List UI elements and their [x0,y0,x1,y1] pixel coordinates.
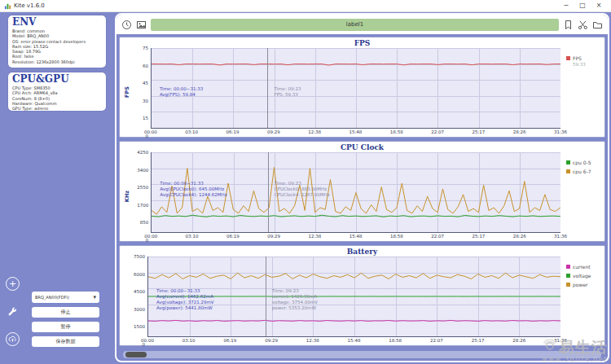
x-tick-label: 06:19 [226,129,240,134]
cpugpu-card-title: CPU&GPU [12,74,102,85]
main-panel: label1 FPS [115,13,609,362]
save-data-button[interactable]: 保存数据 [32,336,99,347]
series-line-power [148,273,560,278]
y-tick-label: 1500 [134,324,145,329]
env-card: ENV Brand: commonModel: BRQ_AN00OS: erro… [8,15,106,68]
x-tick-label: 22:07 [431,234,444,239]
x-tick-label: 31:36 [554,338,567,343]
x-tick-label: 09:29 [267,234,280,239]
fps-chart-panel: FPS FPS 75604530150 Time: 00:00~31:33Avg… [119,37,605,138]
y-tick-label: 2550 [137,185,148,190]
x-tick-label: 22:07 [431,129,444,134]
y-tick-label: 6000 [134,272,145,277]
legend-item: cpu 0-5 [566,160,603,165]
chart-title: FPS [121,38,603,48]
chevron-down-icon: ▾ [93,294,96,300]
series-line-current [148,320,560,321]
x-axis-ticks: 00:0003:1006:1909:2912:3815:4818:5822:07… [147,337,560,344]
legend-label: voltage [573,273,591,278]
y-tick-label: 75 [143,46,148,50]
control-stack: BRQ_AN00(FDFI) ▾ 停止 暂停 保存数据 [32,292,99,347]
y-tick-label: 60 [143,64,148,68]
chart-legend: FPS59.33 [560,48,603,136]
x-tick-label: 25:17 [472,129,485,134]
legend-swatch-icon [566,160,570,164]
y-tick-label: 7500 [134,254,145,259]
y-axis-ticks: 750060004500300015000 [130,257,147,344]
scrollbar-handle[interactable] [125,352,147,357]
history-button[interactable] [121,20,132,30]
y-tick-label: 4500 [134,289,145,294]
info-line: Resolution: 1236x2800 380dpi [12,59,102,64]
x-tick-label: 09:29 [267,129,280,134]
tools-button[interactable] [6,305,20,318]
open-folder-button[interactable] [592,20,603,30]
cut-button[interactable] [578,20,588,30]
x-axis-ticks: 00:0003:1006:1909:2912:3815:4818:5822:07… [151,233,560,240]
y-axis-ticks: 75604530150 [133,48,151,136]
minimize-button[interactable]: ─ [558,0,574,11]
x-tick-label: 12:38 [308,129,321,134]
y-tick-label: 15 [143,116,148,121]
screenshot-button[interactable] [136,20,147,30]
legend-item: current [566,264,603,270]
x-tick-label: 00:00 [144,129,157,134]
x-tick-label: 09:29 [265,338,278,343]
toolbar: label1 [116,15,608,34]
upload-button[interactable] [6,332,20,346]
x-tick-label: 03:10 [182,338,196,343]
cpu-clock-chart-panel: CPU Clock KHz 42503400255017008500 Time:… [119,141,605,242]
x-tick-label: 31:36 [554,129,567,134]
device-select[interactable]: BRQ_AN00(FDFI) ▾ [32,292,99,303]
label-bar[interactable]: label1 [151,19,559,31]
info-line: GPU Type: adreno [12,106,102,111]
x-tick-label: 18:58 [389,338,402,343]
cpugpu-card: CPU&GPU CPU Type: SM8350CPU Arch: ARM64_… [8,72,106,111]
x-axis-ticks: 00:0003:1006:1909:2912:3815:4818:5822:07… [151,129,560,136]
x-tick-label: 28:26 [513,129,526,134]
bookmark-button[interactable] [563,20,574,30]
legend-swatch-icon [566,56,570,60]
cloud-upload-icon [8,335,17,344]
y-tick-label: 4250 [137,150,148,155]
y-axis-label: KHz [121,152,133,240]
history-icon [121,20,132,30]
charts-area: FPS FPS 75604530150 Time: 00:00~31:33Avg… [116,34,608,361]
x-tick-label: 31:36 [554,234,567,239]
plot-area[interactable]: Time: 00:00~31:33Avg(CPUClock0): 645.00M… [151,152,560,233]
legend-label: power [573,282,588,287]
horizontal-scrollbar[interactable] [123,351,601,358]
stop-button[interactable]: 停止 [32,307,99,318]
legend-swatch-icon [566,265,570,269]
plot-area[interactable]: Time: 00:00~31:33Avg(FPS): 59.84Time: 09… [151,48,560,129]
legend-label: cpu 6-7 [573,169,591,174]
plus-icon: + [9,279,16,288]
chart-legend: cpu 0-5cpu 6-7 [560,152,603,240]
cursor-line [268,152,269,232]
x-tick-label: 25:17 [473,234,486,239]
close-button[interactable]: × [591,0,607,11]
x-tick-label: 12:38 [308,234,321,239]
bookmark-icon [563,20,574,30]
x-tick-label: 06:19 [226,234,240,239]
legend-swatch-icon [566,169,570,173]
maximize-button[interactable]: □ [574,0,591,11]
cpugpu-card-lines: CPU Type: SM8350CPU Arch: ARM64_v8aCoreN… [12,86,102,111]
device-select-value: BRQ_AN00(FDFI) [35,295,69,300]
pause-button[interactable]: 暂停 [32,322,99,332]
scrollbar-track[interactable] [123,351,601,358]
legend-item: power [566,282,603,287]
folder-icon [592,20,603,30]
x-tick-label: 06:19 [223,338,236,343]
legend-swatch-icon [566,274,570,278]
y-axis-label [121,257,130,344]
legend-value: 59.33 [573,62,603,67]
y-axis-label: FPS [121,48,133,136]
x-tick-label: 22:07 [430,338,443,343]
y-tick-label: 45 [143,81,148,86]
x-tick-label: 00:00 [144,234,157,239]
add-button[interactable]: + [6,277,20,291]
plot-area[interactable]: Time: 00:00~31:33Avg(current): 1462.62mA… [147,257,560,337]
x-tick-label: 03:10 [185,129,198,134]
env-card-lines: Brand: commonModel: BRQ_AN00OS: error pl… [12,29,102,64]
